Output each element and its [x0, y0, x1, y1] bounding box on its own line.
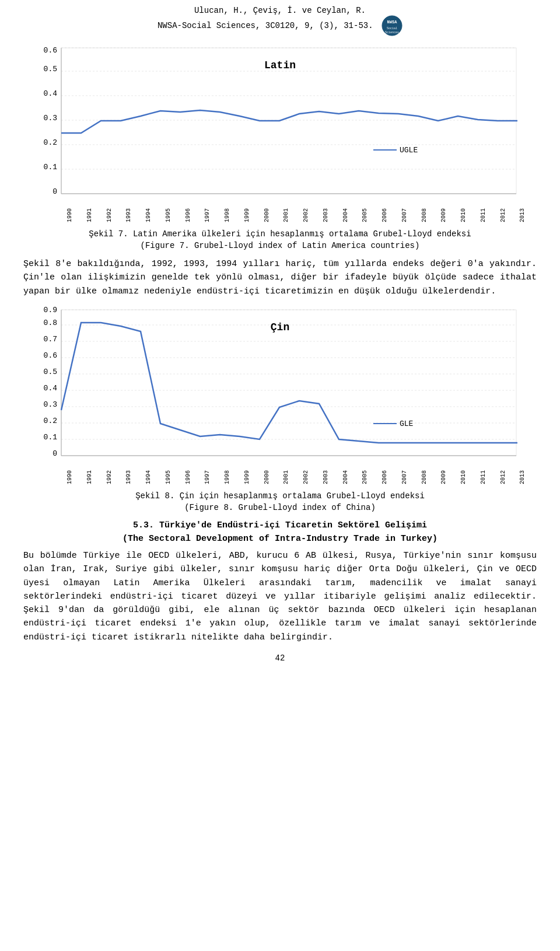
svg-text:2003: 2003 — [323, 470, 329, 484]
svg-text:1996: 1996 — [185, 470, 191, 484]
svg-text:2011: 2011 — [480, 208, 487, 222]
svg-text:2002: 2002 — [303, 470, 309, 484]
svg-text:2013: 2013 — [519, 208, 526, 222]
svg-text:2010: 2010 — [460, 470, 467, 484]
svg-text:NWSA: NWSA — [387, 20, 398, 25]
svg-text:1992: 1992 — [106, 208, 113, 222]
section-heading: 5.3. Türkiye'de Endüstri-içi Ticaretin S… — [23, 519, 537, 546]
svg-text:1998: 1998 — [224, 208, 230, 222]
svg-text:0.3: 0.3 — [44, 114, 57, 123]
svg-text:UGLE: UGLE — [400, 146, 418, 155]
chart1-caption: Şekil 7. Latin Amerika ülkeleri için hes… — [23, 229, 537, 251]
svg-text:2004: 2004 — [342, 470, 349, 484]
svg-text:0: 0 — [52, 187, 57, 196]
svg-text:2001: 2001 — [283, 470, 289, 484]
svg-text:2001: 2001 — [283, 208, 289, 222]
svg-text:2006: 2006 — [382, 208, 388, 222]
svg-text:0.6: 0.6 — [44, 46, 57, 55]
svg-text:1999: 1999 — [244, 470, 250, 484]
svg-text:2004: 2004 — [342, 208, 349, 222]
svg-text:0.1: 0.1 — [44, 163, 58, 172]
svg-text:1991: 1991 — [86, 208, 93, 222]
svg-text:GLE: GLE — [400, 419, 414, 428]
svg-text:0.3: 0.3 — [44, 400, 57, 409]
svg-text:2012: 2012 — [500, 208, 506, 222]
chart1-container: 0 0.1 0.2 0.3 0.4 0.5 0.6 Latin UGLE — [23, 42, 537, 223]
svg-text:2007: 2007 — [401, 470, 408, 484]
svg-text:1993: 1993 — [125, 470, 132, 484]
svg-text:2009: 2009 — [440, 470, 447, 484]
svg-text:Social: Social — [387, 27, 397, 30]
svg-text:2000: 2000 — [264, 208, 270, 222]
svg-text:0.2: 0.2 — [44, 138, 57, 147]
section-heading-line2: (The Sectoral Development of Intra-Indus… — [123, 534, 438, 544]
svg-text:0.4: 0.4 — [44, 89, 58, 98]
svg-text:0.2: 0.2 — [44, 417, 57, 425]
svg-text:0.7: 0.7 — [44, 335, 57, 344]
svg-text:2011: 2011 — [480, 470, 487, 484]
header-line2: NWSA-Social Sciences, 3C0120, 9, (3), 31… — [158, 21, 373, 30]
svg-text:0.5: 0.5 — [44, 65, 57, 74]
svg-text:0.6: 0.6 — [44, 351, 57, 360]
chart1-caption-line1: Şekil 7. Latin Amerika ülkeleri için hes… — [89, 229, 471, 239]
section-heading-line1: 5.3. Türkiye'de Endüstri-içi Ticaretin S… — [133, 520, 427, 530]
paragraph2: Bu bölümde Türkiye ile OECD ülkeleri, AB… — [23, 549, 537, 644]
svg-text:2003: 2003 — [323, 208, 329, 222]
svg-text:2010: 2010 — [460, 208, 467, 222]
svg-text:2005: 2005 — [362, 470, 368, 484]
svg-text:2000: 2000 — [264, 470, 270, 484]
chart2-caption-line2: (Figure 8. Grubel-Lloyd index of China) — [184, 503, 376, 512]
chart2-svg: 0 0.1 0.2 0.3 0.4 0.5 0.6 0.7 0.8 0.9 — [23, 304, 537, 485]
svg-text:1991: 1991 — [86, 470, 93, 484]
svg-text:1994: 1994 — [145, 470, 152, 484]
svg-text:0.5: 0.5 — [44, 368, 57, 376]
svg-text:1998: 1998 — [224, 470, 230, 484]
chart2-caption-line1: Şekil 8. Çin için hesaplanmış ortalama G… — [135, 491, 425, 501]
chart1-title: Latin — [264, 60, 296, 71]
svg-text:1996: 1996 — [185, 208, 191, 222]
svg-text:1995: 1995 — [165, 208, 172, 222]
chart1-svg: 0 0.1 0.2 0.3 0.4 0.5 0.6 Latin UGLE — [23, 42, 537, 223]
svg-text:2008: 2008 — [421, 470, 428, 484]
svg-text:0: 0 — [52, 449, 57, 458]
chart2-caption: Şekil 8. Çin için hesaplanmış ortalama G… — [23, 491, 537, 513]
svg-text:1999: 1999 — [244, 208, 250, 222]
nwsa-logo: NWSA Social Sciences — [382, 15, 402, 36]
svg-text:2013: 2013 — [519, 470, 526, 484]
svg-text:1990: 1990 — [66, 208, 73, 222]
header-line1: Ulucan, H., Çeviş, İ. ve Ceylan, R. — [194, 6, 366, 15]
svg-text:Sciences: Sciences — [385, 31, 399, 34]
chart1-caption-line2: (Figure 7. Grubel-Lloyd index of Latin A… — [141, 241, 420, 250]
chart2-container: 0 0.1 0.2 0.3 0.4 0.5 0.6 0.7 0.8 0.9 — [23, 304, 537, 485]
svg-text:1997: 1997 — [204, 208, 211, 222]
svg-text:1993: 1993 — [125, 208, 132, 222]
svg-text:1995: 1995 — [165, 470, 172, 484]
svg-text:1994: 1994 — [145, 208, 152, 222]
svg-text:2009: 2009 — [440, 208, 447, 222]
svg-text:2006: 2006 — [382, 470, 388, 484]
svg-text:2005: 2005 — [362, 208, 368, 222]
page-header: Ulucan, H., Çeviş, İ. ve Ceylan, R. NWSA… — [23, 6, 537, 36]
svg-text:1990: 1990 — [66, 470, 73, 484]
svg-text:0.8: 0.8 — [44, 319, 57, 327]
paragraph1: Şekil 8'e bakıldığında, 1992, 1993, 1994… — [23, 257, 537, 298]
svg-text:2002: 2002 — [303, 208, 309, 222]
page-number: 42 — [23, 653, 537, 663]
svg-text:2012: 2012 — [500, 470, 506, 484]
svg-text:1997: 1997 — [204, 470, 211, 484]
svg-text:2007: 2007 — [401, 208, 408, 222]
chart2-title: Çin — [271, 321, 289, 333]
svg-text:2008: 2008 — [421, 208, 428, 222]
svg-text:0.1: 0.1 — [44, 433, 58, 442]
svg-text:0.9: 0.9 — [44, 306, 57, 314]
svg-text:1992: 1992 — [106, 470, 113, 484]
svg-text:0.4: 0.4 — [44, 384, 58, 393]
